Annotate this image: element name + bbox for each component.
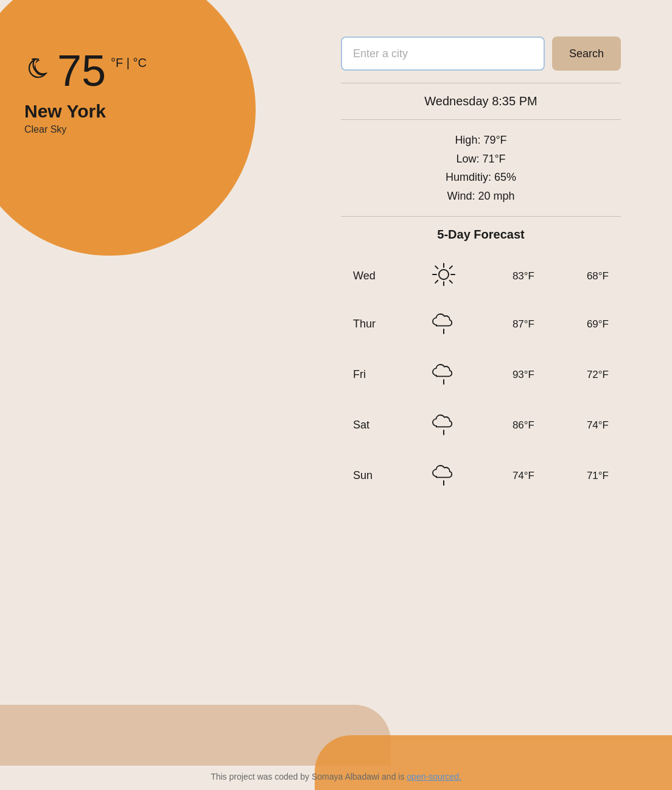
search-row: Search <box>341 37 621 71</box>
forecast-icon-1 <box>427 308 460 340</box>
forecast-day-0: Wed <box>353 270 390 282</box>
forecast-icon-3 <box>427 409 460 441</box>
footer-link[interactable]: open-sourced. <box>407 772 461 781</box>
divider-2 <box>341 119 621 120</box>
forecast-row: Sat 86°F 74°F <box>341 403 621 447</box>
forecast-high-1: 87°F <box>498 318 534 330</box>
forecast-high-4: 74°F <box>498 470 534 482</box>
moon-icon <box>24 54 52 88</box>
forecast-row: Fri 93°F 72°F <box>341 352 621 397</box>
weather-condition: Clear Sky <box>24 124 147 135</box>
forecast-icon-4 <box>427 460 460 492</box>
weather-right-panel: Search Wednesday 8:35 PM High: 79°F Low:… <box>341 37 621 504</box>
divider-1 <box>341 83 621 83</box>
current-weather-panel: 75 °F | °C New York Clear Sky <box>24 49 147 135</box>
wind: Wind: 20 mph <box>341 187 621 206</box>
svg-line-7 <box>450 266 452 268</box>
svg-point-0 <box>439 270 449 279</box>
svg-line-5 <box>435 266 438 268</box>
datetime-display: Wednesday 8:35 PM <box>341 94 621 108</box>
svg-line-6 <box>450 281 452 283</box>
wave-orange <box>315 735 672 790</box>
forecast-day-4: Sun <box>353 469 390 482</box>
forecast-day-3: Sat <box>353 419 390 432</box>
forecast-day-1: Thur <box>353 318 390 330</box>
temperature-value: 75 <box>57 49 106 93</box>
low-temp: Low: 71°F <box>341 150 621 169</box>
forecast-low-1: 69°F <box>572 318 609 330</box>
forecast-high-0: 83°F <box>498 270 534 282</box>
divider-3 <box>341 216 621 217</box>
forecast-container: Wed 83°F 68°F Thur 87°F 69°F Fri 93°F 72… <box>341 256 621 498</box>
forecast-high-3: 86°F <box>498 419 534 432</box>
forecast-row: Sun 74°F 71°F <box>341 453 621 498</box>
humidity: Humditiy: 65% <box>341 168 621 187</box>
weather-details: High: 79°F Low: 71°F Humditiy: 65% Wind:… <box>341 131 621 205</box>
high-temp: High: 79°F <box>341 131 621 150</box>
forecast-low-0: 68°F <box>572 270 609 282</box>
forecast-day-2: Fri <box>353 368 390 381</box>
svg-line-8 <box>435 281 438 283</box>
forecast-icon-2 <box>427 358 460 391</box>
footer-text: This project was coded by Somaya Albadaw… <box>211 772 461 781</box>
forecast-icon-0 <box>427 262 460 290</box>
forecast-low-4: 71°F <box>572 470 609 482</box>
footer-text-static: This project was coded by Somaya Albadaw… <box>211 772 407 781</box>
forecast-low-2: 72°F <box>572 369 609 381</box>
footer-area: This project was coded by Somaya Albadaw… <box>0 693 672 790</box>
search-button[interactable]: Search <box>552 37 621 71</box>
city-search-input[interactable] <box>341 37 545 71</box>
forecast-low-3: 74°F <box>572 419 609 432</box>
forecast-row: Thur 87°F 69°F <box>341 302 621 346</box>
forecast-title: 5-Day Forecast <box>341 228 621 242</box>
city-name: New York <box>24 101 147 122</box>
forecast-row: Wed 83°F 68°F <box>341 256 621 296</box>
forecast-high-2: 93°F <box>498 369 534 381</box>
temperature-row: 75 °F | °C <box>24 49 147 93</box>
temperature-units: °F | °C <box>111 56 147 70</box>
